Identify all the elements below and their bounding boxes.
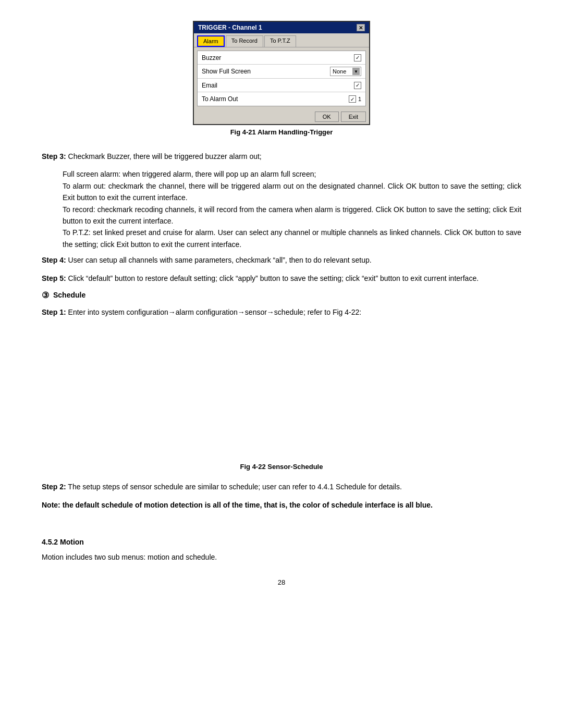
dialog-tabs: Alarm To Record To P.T.Z	[194, 33, 369, 47]
motion-text: Motion includes two sub menus: motion an…	[42, 551, 521, 563]
tab-to-record[interactable]: To Record	[226, 35, 263, 47]
show-full-screen-control: None ▼	[330, 67, 361, 76]
step3-text: Checkmark Buzzer, there will be triggere…	[68, 152, 262, 161]
email-checkbox[interactable]	[354, 82, 361, 89]
email-row: Email	[198, 79, 365, 92]
step1-schedule-text: Enter into system configuration→alarm co…	[68, 308, 362, 316]
step3-ptz: To P.T.Z: set linked preset and cruise f…	[63, 227, 521, 250]
step3-record-text: checkmark recoding channels, it will rec…	[63, 205, 521, 225]
show-full-screen-row: Show Full Screen None ▼	[198, 65, 365, 79]
step2-schedule-paragraph: Step 2: The setup steps of sensor schedu…	[42, 481, 521, 492]
fig-caption-21: Fig 4-21 Alarm Handling-Trigger	[230, 128, 333, 136]
tab-alarm[interactable]: Alarm	[197, 35, 225, 47]
step1-schedule-paragraph: Step 1: Enter into system configuration→…	[42, 306, 521, 318]
section-452-heading: 4.5.2 Motion	[42, 538, 521, 546]
page-content: TRIGGER - Channel 1 ✕ Alarm To Record To…	[42, 21, 521, 586]
step3-full-screen-bold: Full screen alarm:	[63, 170, 120, 178]
dialog-titlebar: TRIGGER - Channel 1 ✕	[194, 22, 369, 33]
email-label: Email	[202, 82, 354, 89]
alarm-out-number: 1	[358, 96, 361, 102]
step1-schedule-label: Step 1:	[42, 308, 66, 316]
step3-ptz-bold: To P.T.Z:	[63, 228, 91, 237]
exit-button[interactable]: Exit	[341, 112, 366, 122]
show-full-screen-dropdown[interactable]: None ▼	[330, 67, 361, 76]
ok-button[interactable]: OK	[315, 112, 339, 122]
dialog-window: TRIGGER - Channel 1 ✕ Alarm To Record To…	[193, 21, 370, 125]
step3-full-screen-text: when triggered alarm, there will pop up …	[123, 170, 316, 178]
step5-text: Click “default” button to restore defaul…	[68, 274, 479, 282]
step3-label: Step 3:	[42, 152, 66, 161]
step5-label: Step 5:	[42, 274, 66, 282]
fig-22-area	[42, 324, 521, 460]
dropdown-value: None	[332, 68, 352, 75]
schedule-heading: ③ Schedule	[42, 290, 521, 300]
step5-paragraph: Step 5: Click “default” button to restor…	[42, 273, 521, 284]
step2-schedule-label: Step 2:	[42, 483, 66, 491]
step4-text: User can setup all channels with same pa…	[68, 256, 372, 264]
page-number: 28	[42, 578, 521, 586]
buzzer-row: Buzzer	[198, 51, 365, 65]
alarm-out-label: To Alarm Out	[202, 95, 349, 103]
step3-record: To record: checkmark recoding channels, …	[63, 204, 521, 227]
dialog-container: TRIGGER - Channel 1 ✕ Alarm To Record To…	[42, 21, 521, 146]
step3-alarm-out-bold: To alarm out:	[63, 182, 106, 190]
buzzer-label: Buzzer	[202, 54, 354, 61]
dialog-close-button[interactable]: ✕	[357, 24, 365, 31]
alarm-out-control: 1	[349, 95, 361, 103]
step3-indent: Full screen alarm: when triggered alarm,…	[63, 168, 521, 250]
alarm-out-row: To Alarm Out 1	[198, 92, 365, 106]
buzzer-checkbox[interactable]	[354, 54, 361, 61]
schedule-label: Schedule	[53, 291, 85, 299]
step3-alarm-out: To alarm out: checkmark the channel, the…	[63, 180, 521, 204]
step4-label: Step 4:	[42, 256, 66, 264]
step3-ptz-text: set linked preset and cruise for alarm. …	[63, 228, 521, 248]
show-full-screen-label: Show Full Screen	[202, 68, 330, 75]
dropdown-arrow-icon: ▼	[352, 68, 360, 75]
dialog-footer: OK Exit	[194, 109, 369, 124]
step3-record-bold: To record:	[63, 205, 95, 214]
step2-schedule-text: The setup steps of sensor schedule are s…	[68, 483, 401, 491]
fig-caption-22: Fig 4-22 Sensor-Schedule	[42, 463, 521, 471]
step3-paragraph: Step 3: Checkmark Buzzer, there will be …	[42, 151, 521, 162]
step4-paragraph: Step 4: User can setup all channels with…	[42, 254, 521, 266]
tab-to-ptz[interactable]: To P.T.Z	[264, 35, 296, 47]
step3-full-screen: Full screen alarm: when triggered alarm,…	[63, 168, 521, 180]
buzzer-control	[354, 54, 361, 61]
email-control	[354, 82, 361, 89]
step3-alarm-out-text: checkmark the channel, there will be tri…	[63, 182, 521, 202]
alarm-out-checkbox[interactable]	[349, 95, 356, 103]
note-paragraph: Note: the default schedule of motion det…	[42, 499, 521, 511]
dialog-title: TRIGGER - Channel 1	[198, 24, 262, 31]
schedule-circle: ③	[42, 290, 49, 300]
dialog-body: Buzzer Show Full Screen None ▼	[197, 51, 366, 106]
